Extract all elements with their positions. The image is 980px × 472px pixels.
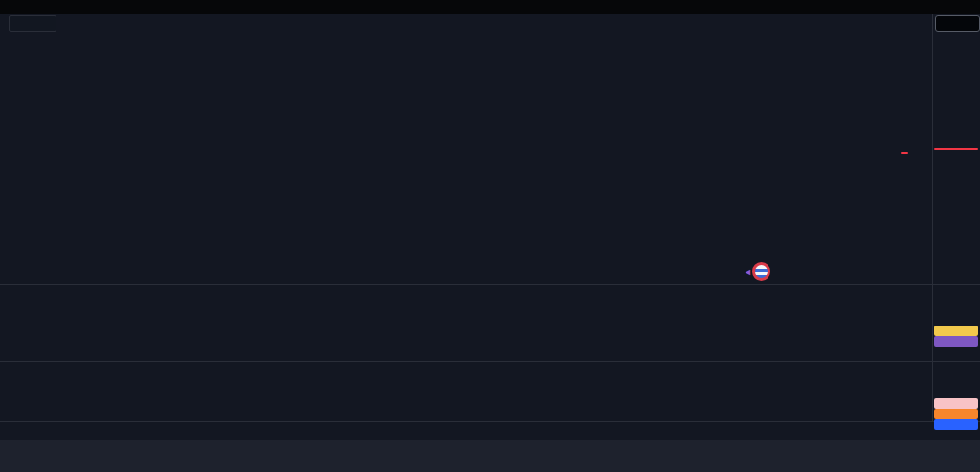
footer-bar	[0, 440, 980, 472]
macd-line-axis-label	[934, 419, 978, 430]
tradingview-published-chart: { "header": { "attribution": "Crypto_fee…	[0, 0, 980, 472]
last-price-label	[934, 148, 978, 150]
time-scale[interactable]	[0, 422, 932, 440]
rsi-axis-label	[934, 336, 978, 347]
macd-hist-axis-label	[934, 398, 978, 409]
price-scale[interactable]	[932, 14, 980, 421]
macd-signal-axis-label	[934, 409, 978, 419]
macd-legend[interactable]	[30, 366, 48, 376]
sticker-badge-icon[interactable]	[752, 262, 770, 281]
rsi-ma-axis-label	[934, 326, 978, 336]
rsi-legend[interactable]	[30, 289, 42, 300]
sticker-cursor-icon: ◄	[744, 267, 752, 277]
attribution-bar	[0, 0, 980, 14]
symbol-price-flag	[901, 152, 908, 154]
chart-canvas[interactable]	[0, 0, 980, 440]
symbol-legend[interactable]	[9, 15, 56, 32]
pane-separators	[0, 14, 980, 422]
